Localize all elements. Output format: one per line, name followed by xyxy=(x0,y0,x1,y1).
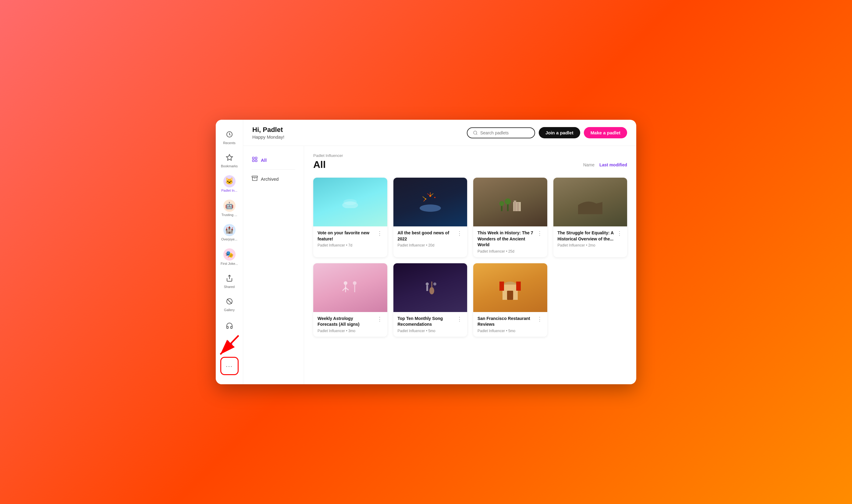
search-icon xyxy=(473,130,478,135)
card-meta-3: Padlet Influencer • 25d xyxy=(477,249,543,253)
svg-rect-46 xyxy=(500,282,504,291)
avatar-trusting: 🤖 xyxy=(223,200,236,212)
svg-rect-40 xyxy=(426,286,428,291)
card-thumb-3 xyxy=(473,178,547,227)
padlet-area: Padlet Influencer All Name Last modified xyxy=(304,146,636,384)
sidebar-item-announce[interactable] xyxy=(217,336,242,353)
more-dots: ··· xyxy=(226,363,233,370)
sidebar: Recents Bookmarks 🐱 Padlet In... 🤖 Trust… xyxy=(216,120,243,384)
greeting-name: Hi, Padlet xyxy=(252,126,461,134)
svg-point-7 xyxy=(473,131,477,134)
page-title: All xyxy=(313,159,326,170)
gallery-icon xyxy=(224,296,235,307)
svg-rect-32 xyxy=(517,203,519,211)
card-menu-2[interactable]: ⋮ xyxy=(456,230,463,237)
card-title-1: Vote on your favorite new feature! xyxy=(318,230,374,242)
sidebar-item-trusting-label: Trusting ... xyxy=(221,213,237,217)
svg-point-20 xyxy=(434,197,435,198)
svg-rect-10 xyxy=(255,157,257,159)
sidebar-item-gallery[interactable]: Gallery xyxy=(217,293,242,315)
svg-point-39 xyxy=(426,283,429,286)
all-icon xyxy=(252,156,258,164)
sidebar-item-first-joke-label: First Joke... xyxy=(221,262,238,265)
search-input[interactable] xyxy=(480,130,529,135)
sidebar-item-trusting[interactable]: 🤖 Trusting ... xyxy=(217,197,242,220)
sidebar-item-shared-label: Shared xyxy=(224,285,235,289)
padlet-card-2[interactable]: All the best good news of 2022 ⋮ Padlet … xyxy=(393,178,468,257)
svg-rect-47 xyxy=(516,282,521,291)
recents-icon xyxy=(224,129,235,140)
join-padlet-button[interactable]: Join a padlet xyxy=(539,127,580,138)
svg-rect-11 xyxy=(253,160,254,162)
svg-rect-12 xyxy=(255,160,257,162)
sidebar-item-recents[interactable]: Recents xyxy=(217,126,242,148)
greeting-sub: Happy Monday! xyxy=(252,134,461,140)
bookmarks-icon xyxy=(224,152,235,163)
nav-item-archived-label: Archived xyxy=(261,176,278,182)
avatar-padlet-in: 🐱 xyxy=(223,175,236,187)
svg-rect-13 xyxy=(252,176,257,177)
sort-by-name[interactable]: Name xyxy=(583,162,595,167)
card-thumb-4 xyxy=(554,178,628,227)
svg-point-33 xyxy=(344,281,347,285)
svg-point-27 xyxy=(500,201,504,206)
svg-rect-9 xyxy=(253,157,254,159)
card-body-1: Vote on your favorite new feature! ⋮ Pad… xyxy=(313,227,387,251)
more-button[interactable]: ··· xyxy=(220,357,239,375)
card-title-row-5: Weekly Astrology Forecasts (All signs) ⋮ xyxy=(318,316,383,328)
make-padlet-button[interactable]: Make a padlet xyxy=(584,127,627,138)
card-meta-4: Padlet Influencer • 2mo xyxy=(558,243,623,248)
card-menu-1[interactable]: ⋮ xyxy=(376,230,383,237)
card-thumb-1 xyxy=(313,178,387,227)
card-menu-3[interactable]: ⋮ xyxy=(536,230,543,237)
padlet-card-4[interactable]: The Struggle for Equality: A Historical … xyxy=(554,178,628,257)
padlet-card-1[interactable]: Vote on your favorite new feature! ⋮ Pad… xyxy=(313,178,387,257)
page-title-row: All Name Last modified xyxy=(313,159,627,170)
card-body-7: San Francisco Restaurant Reviews ⋮ Padle… xyxy=(473,312,547,337)
svg-line-23 xyxy=(427,194,430,196)
sidebar-item-padlet-in-label: Padlet In... xyxy=(221,188,237,192)
svg-line-25 xyxy=(423,199,426,201)
card-title-5: Weekly Astrology Forecasts (All signs) xyxy=(318,316,374,328)
sort-by-modified[interactable]: Last modified xyxy=(599,162,627,167)
sidebar-item-more[interactable]: ··· xyxy=(217,354,242,378)
sidebar-item-bookmarks[interactable]: Bookmarks xyxy=(217,149,242,171)
card-title-row-3: This Week in History: The 7 Wonders of t… xyxy=(477,230,543,248)
nav-item-archived[interactable]: Archived xyxy=(248,172,299,186)
svg-point-37 xyxy=(353,281,357,285)
card-menu-4[interactable]: ⋮ xyxy=(616,230,623,237)
card-title-row-1: Vote on your favorite new feature! ⋮ xyxy=(318,230,383,242)
sidebar-item-padlet-in[interactable]: 🐱 Padlet In... xyxy=(217,172,242,195)
avatar-overjoye: 🏰 xyxy=(223,224,236,236)
card-menu-7[interactable]: ⋮ xyxy=(536,316,543,322)
card-title-7: San Francisco Restaurant Reviews xyxy=(477,316,534,328)
card-thumb-2 xyxy=(393,178,468,227)
nav-item-all[interactable]: All xyxy=(248,153,299,167)
sort-options: Name Last modified xyxy=(583,162,627,167)
card-menu-5[interactable]: ⋮ xyxy=(376,316,383,322)
card-meta-7: Padlet Influencer • 5mo xyxy=(477,329,543,333)
card-thumb-5 xyxy=(313,263,387,312)
card-body-5: Weekly Astrology Forecasts (All signs) ⋮… xyxy=(313,312,387,337)
padlet-card-6[interactable]: Top Ten Monthly Song Recomendations ⋮ Pa… xyxy=(393,263,468,337)
padlet-card-7[interactable]: San Francisco Restaurant Reviews ⋮ Padle… xyxy=(473,263,547,337)
card-title-2: All the best good news of 2022 xyxy=(398,230,454,242)
padlet-grid: Vote on your favorite new feature! ⋮ Pad… xyxy=(313,178,627,337)
search-bar[interactable] xyxy=(467,127,535,138)
sidebar-item-recents-label: Recents xyxy=(223,141,235,145)
svg-line-8 xyxy=(476,134,477,135)
svg-point-29 xyxy=(505,198,511,204)
svg-point-16 xyxy=(343,199,357,205)
svg-rect-31 xyxy=(514,200,516,211)
padlet-card-5[interactable]: Weekly Astrology Forecasts (All signs) ⋮… xyxy=(313,263,387,337)
sidebar-item-first-joke[interactable]: 🎭 First Joke... xyxy=(217,245,242,268)
sidebar-item-shared[interactable]: Shared xyxy=(217,270,242,292)
sidebar-item-support[interactable] xyxy=(217,317,242,334)
svg-line-4 xyxy=(227,299,232,304)
sidebar-item-overjoye[interactable]: 🏰 Overjoye... xyxy=(217,221,242,244)
card-menu-6[interactable]: ⋮ xyxy=(456,316,463,322)
card-meta-1: Padlet Influencer • 7d xyxy=(318,243,383,248)
avatar-first-joke: 🎭 xyxy=(223,248,236,260)
main-area: Hi, Padlet Happy Monday! Join a padlet M… xyxy=(243,120,636,384)
padlet-card-3[interactable]: This Week in History: The 7 Wonders of t… xyxy=(473,178,547,257)
